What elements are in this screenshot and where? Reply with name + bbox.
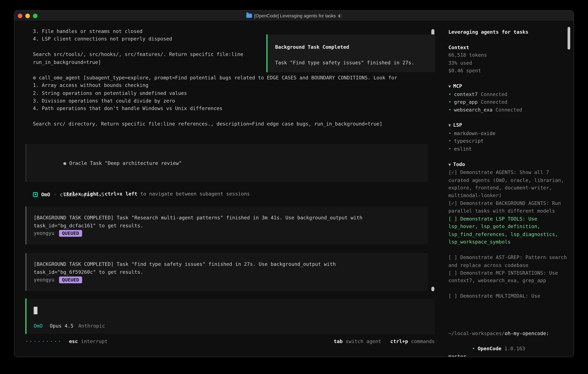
background-task-message: [BACKGROUND TASK COMPLETED] Task "Find t… [25, 253, 428, 291]
todo-item-mcp-integrations: [ ] Demonstrate MCP INTEGRATIONS: Use co… [448, 269, 568, 285]
toast-body: Task "Find type safety issues" finished … [275, 59, 428, 67]
window-controls [18, 14, 37, 18]
oracle-task-panel: ◉ Oracle Task "Deep architecture review"… [25, 144, 428, 182]
todo-section: ▼Todo [✓] Demonstrate AGENTS: Show all 7… [448, 161, 568, 300]
mcp-item: •grep_appConnected [448, 98, 568, 106]
minimize-button[interactable] [25, 14, 30, 18]
agent-checkbox-icon [33, 192, 38, 197]
agent-separator: · [53, 192, 56, 197]
folder-icon [246, 14, 252, 18]
scrollback-line: 1. Array access without bounds checking [33, 83, 397, 90]
todo-heading: Todo [453, 161, 465, 167]
lsp-section: ▼LSP •markdown-oxide •typescript •eslint [448, 122, 568, 153]
chevron-down-icon: ▼ [448, 162, 451, 167]
workspace-repo: oh-my-opencode: [505, 331, 549, 336]
message-line: task_id="bg_6f59260c" to get results. [34, 268, 420, 276]
status-bar: ········· esc interrupt tab switch agent… [25, 338, 435, 345]
sidebar-scrollbar-thumb[interactable] [567, 27, 570, 50]
key-esc-label: interrupt [81, 338, 107, 345]
mcp-section: ▼MCP •context7Connected •grep_appConnect… [448, 83, 568, 114]
bullet-icon: • [472, 346, 475, 352]
todo-item-agents: [✓] Demonstrate AGENTS: Show all 7 curat… [448, 169, 568, 200]
queued-badge: QUEUED [59, 230, 82, 237]
lsp-item: •typescript [448, 137, 568, 145]
mcp-item: •context7Connected [448, 91, 568, 98]
mcp-heading-row[interactable]: ▼MCP [448, 83, 568, 91]
oracle-task-icon: ◉ [63, 160, 69, 166]
background-task-toast[interactable]: Background Task Completed Task "Find typ… [266, 34, 435, 72]
context-heading: Context [448, 44, 469, 50]
input-agent-label: OmO [34, 323, 42, 329]
sidebar: Leveraging agents for tasks Context 66,5… [442, 21, 574, 357]
app-name: OpenCode [478, 346, 502, 352]
terminal-window: [OpenCode] Leveraging agents for tasks ◐… [14, 10, 574, 357]
close-button[interactable] [18, 14, 22, 18]
input-model-label: Opus 4.5 [50, 323, 74, 329]
scrollback-line: 4. Path operations that don't handle Win… [33, 106, 397, 113]
scrollback-line: 3. Division operations that could divide… [33, 98, 397, 105]
lsp-heading: LSP [453, 122, 462, 128]
agent-model: claude-opus-4-5 [60, 192, 104, 197]
zoom-button[interactable] [33, 14, 37, 18]
key-ctrlp: ctrl+p [390, 338, 408, 345]
todo-item-lsp-tools: [ ] Demonstrate LSP TOOLS: Use lsp_hover… [448, 215, 568, 246]
lsp-name: markdown-oxide [454, 130, 495, 136]
mcp-name: websearch_exa [454, 107, 493, 113]
mcp-status: Connected [481, 91, 507, 97]
context-section: Context 66,518 tokens 33% used $0.46 spe… [448, 44, 568, 75]
todo-heading-row[interactable]: ▼Todo [448, 161, 568, 169]
bullet-icon: • [448, 146, 451, 152]
mcp-status: Connected [481, 99, 507, 105]
session-title: Leveraging agents for tasks [448, 28, 568, 36]
app-version: 1.0.163 [504, 346, 525, 352]
session-state-icon: ◐ [338, 13, 342, 18]
context-tokens: 66,518 tokens [448, 52, 568, 59]
spinner-dots: ········· [25, 338, 62, 345]
scrollback-line [33, 113, 397, 121]
mcp-name: grep_app [454, 99, 478, 105]
window-titlebar[interactable]: [OpenCode] Leveraging agents for tasks ◐ [14, 10, 574, 21]
scrollback-line-tool-call: ⚙ call_omo_agent [subagent_type=explore,… [33, 75, 397, 83]
oracle-task-title: Oracle Task "Deep architecture review" [69, 160, 182, 166]
todo-item-multimodal: [ ] Demonstrate MULTIMODAL: Use [448, 292, 568, 300]
todo-item-ast-grep: [ ] Demonstrate AST-GREP: Pattern search… [448, 254, 568, 269]
agent-header: OmO · claude-opus-4-5 [33, 191, 105, 198]
bullet-icon: • [448, 107, 451, 113]
model-row: OmOOpus 4.5Anthropic [34, 322, 105, 330]
window-title: [OpenCode] Leveraging agents for tasks [254, 13, 336, 18]
input-provider-label: Anthropic [78, 323, 105, 329]
toast-title: Background Task Completed [275, 43, 428, 51]
lsp-name: eslint [454, 146, 472, 152]
mcp-item: •websearch_exaConnected [448, 106, 568, 114]
context-spent: $0.46 spent [448, 67, 568, 75]
app-version-footer: •OpenCode1.0.163 [448, 337, 525, 357]
background-task-message: [BACKGROUND TASK COMPLETED] Task "Resear… [25, 207, 428, 244]
key-tab-label: switch agent [346, 338, 381, 345]
message-line: [BACKGROUND TASK COMPLETED] Task "Resear… [34, 214, 420, 222]
message-author: yeongyu [34, 276, 54, 284]
context-used: 33% used [448, 59, 568, 67]
text-cursor [34, 307, 37, 314]
mcp-heading: MCP [453, 83, 462, 89]
lsp-item: •eslint [448, 145, 568, 153]
workspace-path-prefix: ~/local-workspaces/ [448, 331, 505, 336]
bullet-icon: • [448, 99, 451, 105]
bullet-icon: • [448, 138, 451, 144]
agent-name: OmO [41, 192, 50, 197]
mcp-name: context7 [454, 91, 478, 97]
scrollback-line: 2. String operations on potentially unde… [33, 90, 397, 98]
terminal-main-pane[interactable]: 3. File handles or streams not closed 4.… [14, 21, 442, 357]
todo-item-background-agents: [✓] Demonstrate BACKGROUND AGENTS: Run p… [448, 200, 568, 215]
bullet-icon: • [448, 130, 451, 136]
mcp-status: Connected [495, 107, 522, 113]
chevron-down-icon: ▼ [448, 123, 451, 128]
key-tab: tab [334, 338, 343, 345]
lsp-heading-row[interactable]: ▼LSP [448, 122, 568, 130]
subagent-nav-description: to navigate between subagent sessions [137, 191, 250, 197]
key-ctrlp-label: commands [411, 338, 435, 345]
scrollbar-thumb-bottom[interactable] [431, 287, 434, 291]
key-esc: esc [69, 338, 78, 345]
message-line: task_id="bg_dcfac161" to get results. [34, 222, 420, 230]
bullet-icon: • [448, 91, 451, 97]
prompt-input[interactable]: OmOOpus 4.5Anthropic [25, 298, 435, 334]
